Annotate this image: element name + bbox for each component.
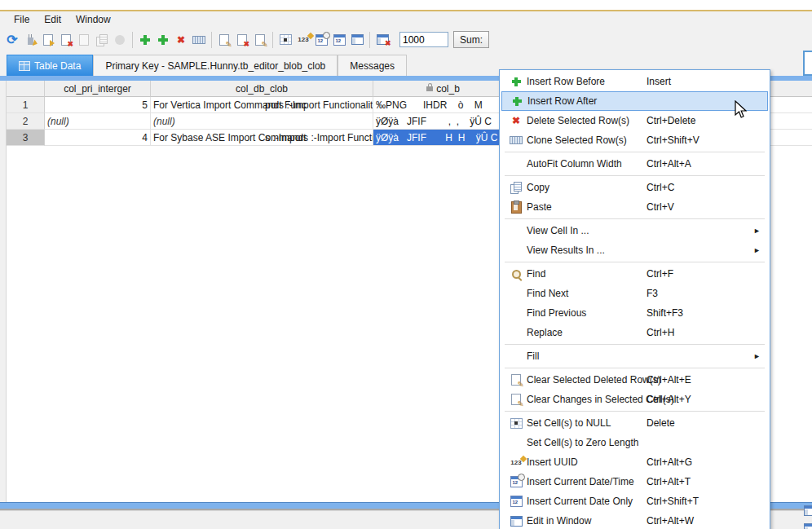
menu-item-label: Set Cell(s) to Zero Length [527,437,638,448]
menu-item-find[interactable]: Find Ctrl+F [501,264,768,284]
menu-item-label: Set Cell(s) to NULL [527,417,611,429]
column-header-col-db-clob[interactable]: col_db_clob [151,81,373,97]
menu-window[interactable]: Window [68,13,118,26]
lock-icon [426,86,433,91]
insert-row-after-button[interactable] [154,31,172,49]
grid-cell[interactable]: 4 [45,130,151,146]
table-grid-icon [19,61,30,71]
menu-item-clone-selected-rows[interactable]: Clone Selected Row(s) Ctrl+Shift+V [501,130,768,150]
menu-item-label: Clear Selected Deleted Row(s) [527,374,661,386]
menu-item-shortcut: F3 [647,288,658,299]
tab-label: Messages [350,60,395,72]
edit-in-window-button[interactable] [348,31,366,49]
row-number-cell[interactable]: 2 [7,113,45,130]
menu-item-delete-selected-rows[interactable]: ✖ Delete Selected Row(s) Ctrl+Delete [501,111,768,130]
menu-item-label: Paste [527,201,552,213]
grid-cell-selected[interactable]: ÿØÿà JFIF H H ÿÛ C [373,130,514,146]
menu-separator [505,175,765,176]
grid-cell[interactable]: ÿØÿà JFIF , , ÿÛ C [373,113,514,130]
menu-item-set-cells-to-zero-length[interactable]: Set Cell(s) to Zero Length [501,433,768,452]
menu-edit[interactable]: Edit [37,13,68,26]
insert-datetime-icon: 12 [510,476,523,487]
menu-item-set-cells-to-null[interactable]: Set Cell(s) to NULL Delete [501,413,768,433]
row-number-cell-selected[interactable]: 3 [7,130,45,146]
menu-separator [505,262,765,262]
insert-date-button[interactable]: 12 [330,31,348,49]
clear-cell-changes-button[interactable] [251,31,269,49]
insert-datetime-button[interactable]: 12 [312,31,330,49]
close-results-button[interactable]: ✖ [373,31,391,49]
set-null-button[interactable] [276,31,294,49]
stop-button[interactable] [111,31,129,49]
menu-item-label: Insert Current Date Only [527,496,633,507]
menu-item-insert-row-after[interactable]: Insert Row After [501,91,768,111]
refresh-button[interactable]: ⟳ [3,31,21,49]
column-header-col-pri-interger[interactable]: col_pri_interger [45,81,151,97]
tab-primary-key[interactable]: Primary Key - SAMPLE.Hunny.tb_editor_blo… [93,55,338,76]
menu-item-label: Copy [527,182,549,193]
column-header-label: col_db_clob [236,83,288,95]
grid-cell[interactable]: (null) [151,113,373,130]
row-limit-input[interactable] [399,32,448,47]
menu-item-clear-selected-deleted-rows[interactable]: Clear Selected Deleted Row(s) Ctrl+Alt+E [501,370,768,390]
menu-separator [505,344,765,345]
toolbar-separator [211,32,212,48]
menu-separator [505,368,765,368]
commit-changes-button[interactable] [39,31,57,49]
close-x-glyph: ✖ [385,39,391,47]
grid-cell[interactable]: For Sybase ASE Import Commands :-Import … [151,130,373,146]
insert-row-before-button[interactable] [136,31,154,49]
menu-item-label: View Cell In ... [527,225,589,236]
insert-uuid-button[interactable]: 123 [294,31,312,49]
cancel-changes-button[interactable] [57,31,75,49]
tab-table-data[interactable]: Table Data [7,55,93,76]
menu-file[interactable]: File [7,13,37,26]
copy-results-button[interactable] [93,31,111,49]
menu-item-copy[interactable]: Copy Ctrl+C [501,178,768,197]
menu-item-fill[interactable]: Fill ► [501,346,768,366]
plug-icon [28,37,33,45]
column-header-col-blob[interactable]: col_b [373,81,514,97]
clear-all-changes-button[interactable] [233,31,251,49]
grid-cell[interactable]: ‰PNG IHDR ò M [373,97,514,113]
refresh-icon: ⟳ [7,33,17,46]
save-results-button[interactable] [75,31,93,49]
calendar-day-label: 12 [318,38,324,43]
delete-row-button[interactable]: ✖ [172,31,190,49]
menu-item-find-previous[interactable]: Find Previous Shift+F3 [501,303,768,323]
menu-item-label: Find Next [527,288,568,299]
menu-item-view-results-in[interactable]: View Results In ... ► [501,240,768,260]
menu-item-insert-uuid[interactable]: 123 Insert UUID Ctrl+Alt+G [501,452,768,472]
menu-item-shortcut: Ctrl+Alt+A [647,158,691,170]
menu-item-insert-row-before[interactable]: Insert Row Before Insert [501,72,768,91]
row-number-cell[interactable]: 1 [7,97,45,113]
clock-icon [518,474,525,481]
menu-item-clear-changes-in-selected-cells[interactable]: Clear Changes in Selected Cell(s) Ctrl+A… [501,390,768,409]
copy-icon [510,182,522,193]
grid-cell[interactable]: For Vertica Import Commands :-Import Fun… [151,97,373,113]
menu-item-shortcut: Ctrl+F [647,268,673,280]
menu-item-paste[interactable]: Paste Ctrl+V [501,197,768,217]
insert-datetime-icon: 12 [316,34,328,46]
menu-item-replace[interactable]: Replace Ctrl+H [501,323,768,342]
menu-item-shortcut: Insert [647,76,671,87]
sum-button[interactable]: Sum: [453,31,489,48]
clear-deleted-rows-icon [511,374,521,386]
clone-row-button[interactable] [190,31,208,49]
menu-item-autofit-column-width[interactable]: AutoFit Column Width Ctrl+Alt+A [501,154,768,174]
menu-item-edit-in-window[interactable]: Edit in Window Ctrl+Alt+W [501,511,768,529]
menu-item-view-cell-in[interactable]: View Cell In ... ► [501,221,768,240]
grid-cell[interactable]: 5 [45,97,151,113]
clear-deleted-rows-button[interactable] [215,31,233,49]
menu-item-find-next[interactable]: Find Next F3 [501,284,768,303]
menu-item-insert-current-datetime[interactable]: 12 Insert Current Date/Time Ctrl+Alt+T [501,472,768,492]
submenu-arrow-icon: ► [753,227,761,235]
connect-button[interactable] [21,31,39,49]
delete-row-icon: ✖ [177,35,185,45]
insert-row-before-icon [511,77,522,87]
grid-corner-cell[interactable] [7,81,45,97]
menu-item-shortcut: Ctrl+V [647,201,674,213]
menu-item-insert-current-date-only[interactable]: 12 Insert Current Date Only Ctrl+Shift+T [501,492,768,511]
grid-cell[interactable]: (null) [45,113,151,130]
tab-messages[interactable]: Messages [338,55,407,76]
